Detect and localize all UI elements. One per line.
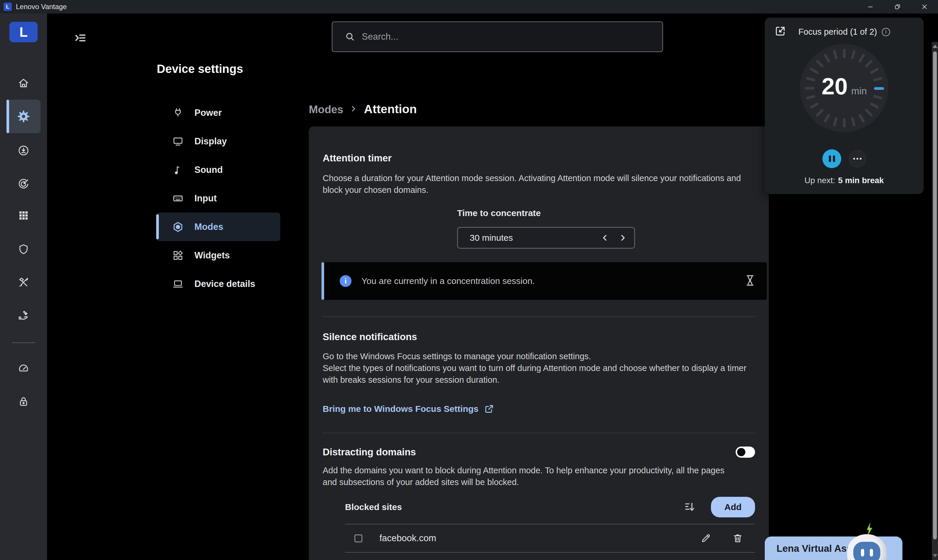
nav-item-widgets[interactable]: Widgets — [156, 241, 280, 269]
hourglass-icon — [743, 274, 757, 288]
focus-info-button[interactable]: i — [882, 28, 890, 36]
rail-item-smart-performance[interactable] — [11, 174, 36, 193]
shield-icon — [17, 243, 30, 255]
duration-stepper[interactable]: 30 minutes — [457, 227, 635, 249]
lenovo-logo-letter: L — [19, 24, 28, 40]
dial-readout: 20 min — [800, 44, 888, 132]
rail-item-updates[interactable] — [11, 141, 36, 160]
menu-expand-button[interactable] — [72, 31, 88, 46]
trash-icon — [732, 533, 743, 544]
windows-focus-settings-link[interactable]: Bring me to Windows Focus Settings — [323, 404, 494, 414]
ellipsis-icon — [856, 158, 858, 160]
music-note-icon — [172, 164, 184, 176]
menu-expand-icon — [74, 31, 87, 45]
up-next-value: 5 min break — [838, 176, 884, 185]
rail-item-security[interactable] — [11, 240, 36, 259]
scrollbar-thumb[interactable] — [933, 51, 937, 539]
search-placeholder: Search... — [362, 31, 398, 42]
time-to-concentrate-label: Time to concentrate — [457, 208, 635, 218]
chevron-left-icon — [601, 233, 610, 243]
close-icon — [921, 3, 928, 11]
robot-eye — [861, 549, 864, 557]
silence-notifications-title: Silence notifications — [323, 331, 755, 343]
ellipsis-icon — [853, 158, 855, 160]
blocked-sites-header: Blocked sites Add — [345, 497, 755, 517]
distracting-domains-description: Add the domains you want to block during… — [323, 465, 725, 488]
maximize-button[interactable] — [884, 0, 911, 14]
app-window: L Lenovo Vantage L — [0, 0, 938, 560]
site-checkbox[interactable] — [354, 534, 362, 542]
chevron-right-icon — [618, 233, 627, 243]
rail-item-home[interactable] — [11, 74, 36, 92]
breadcrumb-current: Attention — [364, 102, 417, 116]
gauge-icon — [17, 363, 30, 375]
edit-site-button[interactable] — [700, 533, 712, 544]
settings-nav: Power Display Sound Input Modes Widgets — [156, 98, 280, 298]
remaining-minutes: 20 — [821, 75, 848, 98]
power-plug-icon — [172, 107, 184, 119]
add-site-button[interactable]: Add — [711, 497, 755, 517]
download-circle-icon — [17, 144, 30, 157]
distracting-domains-toggle[interactable] — [736, 446, 755, 458]
search-icon — [345, 31, 355, 42]
chevron-right-icon — [350, 105, 357, 114]
close-button[interactable] — [911, 0, 938, 14]
pause-icon — [833, 155, 835, 162]
nav-item-modes[interactable]: Modes — [156, 212, 280, 241]
app-logo-icon: L — [3, 3, 12, 11]
restore-icon — [893, 3, 901, 11]
info-icon: i — [340, 275, 351, 287]
nav-item-device-details[interactable]: Device details — [156, 269, 280, 298]
lock-icon — [17, 395, 30, 408]
focus-period-widget: Focus period (1 of 2) i 20 min Up next:5… — [765, 18, 924, 194]
apps-grid-icon — [17, 209, 30, 222]
duration-value: 30 minutes — [470, 233, 513, 243]
rail-item-privacy[interactable] — [11, 392, 36, 411]
scroll-up-arrow[interactable] — [933, 45, 937, 48]
distracting-domains-header: Distracting domains — [323, 446, 755, 458]
blocked-sites-label: Blocked sites — [345, 502, 402, 512]
focus-period-title: Focus period (1 of 2) — [798, 27, 877, 37]
minimize-icon — [867, 3, 874, 11]
blocked-site-row: facebook.com — [345, 525, 755, 552]
duration-increase-button[interactable] — [618, 233, 627, 243]
laptop-icon — [172, 278, 184, 290]
rail-item-device-settings[interactable] — [6, 100, 41, 133]
nav-item-label: Modes — [194, 222, 223, 232]
scroll-down-arrow[interactable] — [933, 554, 937, 557]
list-divider — [345, 552, 755, 553]
minimize-button[interactable] — [857, 0, 884, 14]
duration-decrease-button[interactable] — [601, 233, 610, 243]
focus-widget-header: Focus period (1 of 2) i — [765, 27, 924, 37]
content-card: Attention timer Choose a duration for yo… — [309, 126, 769, 560]
performance-scan-icon — [17, 178, 30, 190]
delete-site-button[interactable] — [732, 533, 743, 544]
site-name: facebook.com — [379, 533, 436, 543]
pause-icon — [829, 155, 831, 162]
nav-item-power[interactable]: Power — [156, 98, 280, 127]
breadcrumb-modes[interactable]: Modes — [309, 103, 343, 116]
ellipsis-icon — [860, 158, 861, 160]
minutes-unit: min — [851, 86, 867, 97]
tools-icon — [17, 276, 30, 288]
time-to-concentrate-block: Time to concentrate 30 minutes — [457, 208, 635, 249]
rail-item-support-tools[interactable] — [11, 273, 36, 292]
rail-item-services[interactable] — [11, 306, 36, 325]
robot-eye — [870, 549, 873, 557]
nav-item-display[interactable]: Display — [156, 127, 280, 155]
nav-item-input[interactable]: Input — [156, 184, 280, 212]
up-next-row: Up next:5 min break — [765, 176, 924, 185]
banner-text: You are currently in a concentration ses… — [362, 276, 535, 286]
rail-divider — [12, 343, 35, 343]
rail-item-apps[interactable] — [11, 206, 36, 225]
search-input[interactable]: Search... — [332, 22, 663, 52]
hand-sparkle-icon — [17, 309, 30, 322]
nav-item-sound[interactable]: Sound — [156, 155, 280, 184]
more-options-button[interactable] — [849, 150, 866, 167]
nav-panel: Device settings Power Display Sound Inpu… — [47, 14, 312, 560]
rail-item-performance[interactable] — [11, 359, 36, 378]
virtual-assistant-panel[interactable]: Lena Virtual Assistant — [765, 537, 903, 560]
sort-button[interactable] — [682, 500, 698, 514]
pause-button[interactable] — [822, 149, 841, 168]
window-title: Lenovo Vantage — [16, 3, 67, 11]
